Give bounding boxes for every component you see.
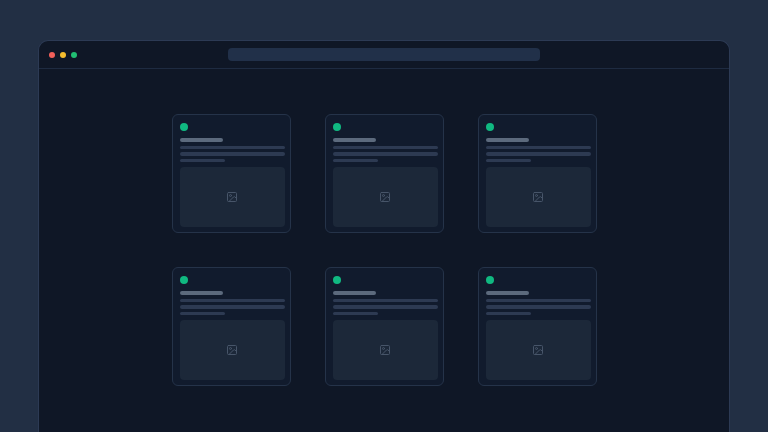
skeleton-title-line: [486, 138, 529, 142]
skeleton-title-line: [486, 291, 529, 295]
image-placeholder: [180, 320, 285, 380]
status-dot-icon: [486, 123, 494, 131]
skeleton-card[interactable]: [325, 114, 444, 233]
skeleton-card[interactable]: [478, 114, 597, 233]
skeleton-text-line: [333, 159, 378, 163]
skeleton-text-line: [486, 312, 531, 316]
skeleton-text-line: [180, 299, 285, 303]
browser-window: [38, 40, 730, 432]
skeleton-card[interactable]: [325, 267, 444, 386]
maximize-button[interactable]: [71, 52, 77, 58]
image-placeholder: [180, 167, 285, 227]
status-dot-icon: [333, 123, 341, 131]
skeleton-card[interactable]: [172, 267, 291, 386]
image-placeholder: [486, 320, 591, 380]
url-bar[interactable]: [228, 48, 540, 61]
image-icon: [532, 191, 544, 203]
status-dot-icon: [333, 276, 341, 284]
status-dot-icon: [180, 276, 188, 284]
skeleton-text-line: [486, 305, 591, 309]
skeleton-text-line: [486, 152, 591, 156]
content-area: [39, 69, 729, 386]
status-dot-icon: [486, 276, 494, 284]
skeleton-text-line: [333, 152, 438, 156]
window-controls: [39, 52, 77, 58]
browser-titlebar: [39, 41, 729, 69]
skeleton-text-line: [180, 146, 285, 150]
skeleton-text-line: [333, 312, 378, 316]
image-icon: [379, 344, 391, 356]
image-icon: [226, 344, 238, 356]
skeleton-text-line: [486, 299, 591, 303]
minimize-button[interactable]: [60, 52, 66, 58]
image-icon: [532, 344, 544, 356]
skeleton-title-line: [333, 138, 376, 142]
image-icon: [226, 191, 238, 203]
image-placeholder: [333, 167, 438, 227]
image-placeholder: [333, 320, 438, 380]
skeleton-text-line: [333, 299, 438, 303]
skeleton-text-line: [180, 312, 225, 316]
status-dot-icon: [180, 123, 188, 131]
skeleton-text-line: [486, 146, 591, 150]
skeleton-text-line: [180, 152, 285, 156]
skeleton-text-line: [333, 146, 438, 150]
skeleton-title-line: [180, 138, 223, 142]
skeleton-title-line: [333, 291, 376, 295]
skeleton-title-line: [180, 291, 223, 295]
image-placeholder: [486, 167, 591, 227]
page-background: [0, 0, 768, 432]
image-icon: [379, 191, 391, 203]
skeleton-text-line: [180, 305, 285, 309]
skeleton-card[interactable]: [172, 114, 291, 233]
skeleton-text-line: [333, 305, 438, 309]
skeleton-card[interactable]: [478, 267, 597, 386]
close-button[interactable]: [49, 52, 55, 58]
skeleton-text-line: [486, 159, 531, 163]
skeleton-text-line: [180, 159, 225, 163]
card-grid: [39, 114, 729, 386]
